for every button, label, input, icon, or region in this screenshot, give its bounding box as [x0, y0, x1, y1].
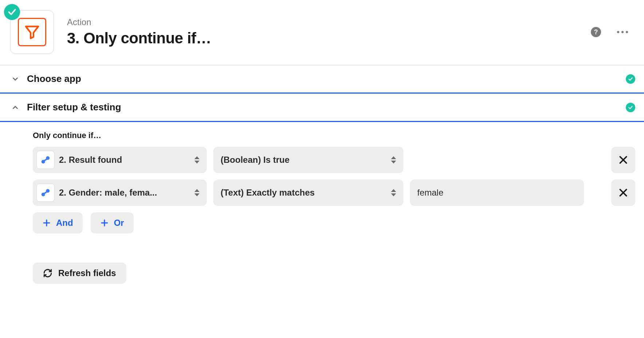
source-step-icon: [36, 151, 55, 169]
header-titles: Action 3. Only continue if…: [67, 17, 591, 47]
help-icon[interactable]: ?: [591, 27, 601, 37]
filter-body: Only continue if… 2. Result found (Boole…: [0, 122, 644, 298]
filter-row: 2. Gender: male, fema... (Text) Exactly …: [33, 180, 635, 206]
filter-value-input[interactable]: [410, 180, 584, 206]
svg-marker-14: [391, 189, 396, 192]
filter-condition-label: (Text) Exactly matches: [221, 188, 387, 198]
svg-marker-5: [391, 156, 396, 159]
refresh-icon: [43, 268, 52, 278]
add-or-button[interactable]: Or: [91, 212, 134, 233]
section-choose-app: Choose app: [0, 65, 644, 93]
chevron-down-icon: [9, 75, 22, 83]
svg-line-11: [44, 192, 47, 193]
section-filter-setup: Filter setup & testing: [0, 94, 644, 121]
plus-icon: [100, 219, 109, 227]
refresh-fields-button[interactable]: Refresh fields: [33, 263, 126, 284]
sort-caret-icon: [391, 189, 396, 197]
filter-condition-select[interactable]: (Text) Exactly matches: [213, 180, 403, 206]
svg-marker-3: [194, 156, 199, 159]
svg-marker-13: [194, 193, 199, 196]
filter-field-select[interactable]: 2. Result found: [33, 147, 207, 173]
plus-icon: [42, 219, 51, 227]
svg-marker-4: [194, 161, 199, 164]
andor-row: And Or: [33, 212, 635, 233]
add-or-label: Or: [114, 218, 124, 228]
chevron-up-icon: [9, 103, 22, 111]
step-header: Action 3. Only continue if… ?: [0, 0, 644, 65]
header-title: 3. Only continue if…: [67, 30, 591, 47]
remove-row-button[interactable]: [611, 147, 635, 173]
svg-marker-15: [391, 193, 396, 196]
svg-marker-6: [391, 161, 396, 164]
filter-condition-label: (Boolean) Is true: [221, 155, 387, 165]
refresh-fields-label: Refresh fields: [58, 268, 116, 278]
source-step-icon: [36, 184, 55, 202]
status-complete-icon: [626, 103, 635, 112]
section-filter-setup-header[interactable]: Filter setup & testing: [0, 94, 644, 121]
section-choose-app-title: Choose app: [27, 73, 626, 84]
section-choose-app-header[interactable]: Choose app: [0, 65, 644, 93]
filter-value-field[interactable]: [417, 188, 577, 198]
header-eyebrow: Action: [67, 17, 591, 27]
svg-line-2: [44, 159, 47, 161]
status-complete-icon: [626, 74, 635, 84]
sort-caret-icon: [391, 156, 396, 164]
section-filter-setup-title: Filter setup & testing: [27, 102, 626, 113]
svg-marker-12: [194, 189, 199, 192]
filter-app-icon: [18, 18, 46, 46]
filter-row: 2. Result found (Boolean) Is true: [33, 147, 635, 173]
filter-label: Only continue if…: [33, 131, 635, 140]
sort-caret-icon: [194, 189, 199, 197]
add-and-label: And: [56, 218, 73, 228]
sort-caret-icon: [194, 156, 199, 164]
funnel-icon: [24, 24, 40, 40]
app-icon: [10, 10, 54, 54]
filter-condition-select[interactable]: (Boolean) Is true: [213, 147, 403, 173]
filter-field-label: 2. Gender: male, fema...: [59, 188, 191, 198]
remove-row-button[interactable]: [611, 180, 635, 206]
filter-field-label: 2. Result found: [59, 155, 191, 165]
add-and-button[interactable]: And: [33, 212, 83, 233]
filter-field-select[interactable]: 2. Gender: male, fema...: [33, 180, 207, 206]
success-check-icon: [4, 4, 20, 20]
more-menu-icon[interactable]: [617, 31, 628, 33]
